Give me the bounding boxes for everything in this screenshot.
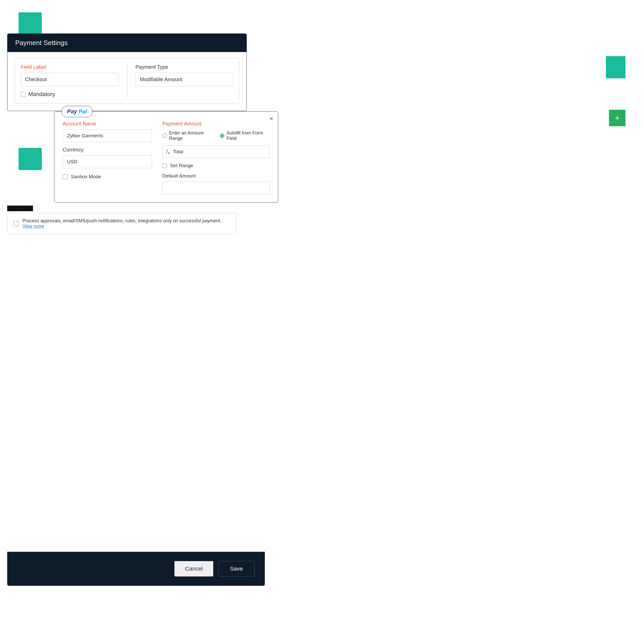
fx-input-wrapper: ƒx — [162, 145, 270, 158]
black-bar-bottom — [7, 206, 33, 211]
plus-icon: + — [615, 114, 620, 122]
radio-enter-range[interactable]: Enter an Amount Range — [162, 130, 214, 141]
radio-row: Enter an Amount Range Autofill from Form… — [162, 130, 270, 141]
view-more-link[interactable]: View more — [22, 224, 44, 229]
mandatory-row: Mandatory — [21, 91, 118, 98]
fx-icon: ƒx — [165, 149, 170, 155]
cancel-button[interactable]: Cancel — [174, 561, 213, 577]
set-range-label: Set Range — [170, 163, 193, 168]
notification-main-text: Process approvals, email/SMS/push notifi… — [22, 218, 221, 223]
radio-range-label: Enter an Amount Range — [169, 130, 214, 141]
panel-inner-box: Field Label Mandatory Payment Type — [15, 58, 239, 104]
set-range-row: Set Range — [162, 163, 270, 168]
radio-autofill[interactable]: Autofill from Form Field — [220, 130, 270, 141]
currency-input[interactable] — [63, 155, 152, 168]
dialog-body: Account Name Currency Sanbox Mode Paymen… — [54, 112, 278, 202]
panel-title: Payment Settings — [15, 39, 68, 47]
account-name-label: Account Name — [63, 121, 152, 127]
payment-type-input[interactable] — [135, 73, 233, 86]
payment-amount-label: Payment Amount — [162, 121, 270, 127]
dialog-close-button[interactable]: × — [269, 115, 273, 122]
notification-text: Process approvals, email/SMS/push notifi… — [22, 218, 230, 229]
dialog-left-col: Account Name Currency Sanbox Mode — [63, 121, 152, 194]
default-amount-input[interactable] — [162, 181, 270, 194]
radio-autofill-label: Autofill from Form Field — [226, 130, 270, 141]
mandatory-checkbox[interactable] — [21, 92, 26, 97]
currency-label: Currency — [63, 147, 152, 153]
account-name-input[interactable] — [63, 129, 152, 142]
notification-checkbox[interactable] — [14, 221, 19, 226]
sandbox-label: Sanbox Mode — [71, 174, 101, 180]
teal-square-topright — [606, 56, 625, 78]
paypal-pay-text: Pay — [67, 108, 77, 115]
default-amount-label: Default Amount — [162, 173, 270, 179]
form-divider — [127, 64, 127, 98]
dialog-right-col: Payment Amount Enter an Amount Range Aut… — [162, 121, 270, 194]
paypal-badge: PayPal — [62, 106, 92, 117]
field-label-col: Field Label Mandatory — [21, 64, 118, 98]
sandbox-checkbox[interactable] — [63, 174, 68, 179]
payment-settings-panel: Payment Settings Field Label Mandatory P… — [7, 33, 247, 111]
field-label-heading: Field Label — [21, 64, 118, 70]
paypal-pal-text: Pal — [79, 108, 87, 115]
radio-circle-range[interactable] — [162, 133, 167, 138]
field-label-input[interactable] — [21, 73, 118, 86]
panel-header: Payment Settings — [7, 34, 247, 52]
radio-circle-autofill[interactable] — [220, 133, 224, 138]
paypal-dialog: PayPal × Account Name Currency Sanbox Mo… — [54, 111, 278, 203]
panel-body: Field Label Mandatory Payment Type — [7, 52, 247, 111]
save-button[interactable]: Save — [218, 561, 255, 577]
mandatory-label: Mandatory — [28, 91, 55, 98]
teal-square-topleft — [19, 12, 42, 33]
set-range-checkbox[interactable] — [162, 163, 167, 168]
payment-type-col: Payment Type — [135, 64, 233, 86]
notification-box: Process approvals, email/SMS/push notifi… — [7, 213, 236, 234]
teal-square-midleft — [19, 148, 42, 170]
sandbox-row: Sanbox Mode — [63, 174, 152, 180]
payment-type-heading: Payment Type — [135, 64, 233, 70]
footer-bar: Cancel Save — [7, 552, 265, 586]
form-row: Field Label Mandatory Payment Type — [21, 64, 233, 98]
fx-input[interactable] — [162, 145, 270, 158]
plus-button[interactable]: + — [609, 110, 625, 126]
